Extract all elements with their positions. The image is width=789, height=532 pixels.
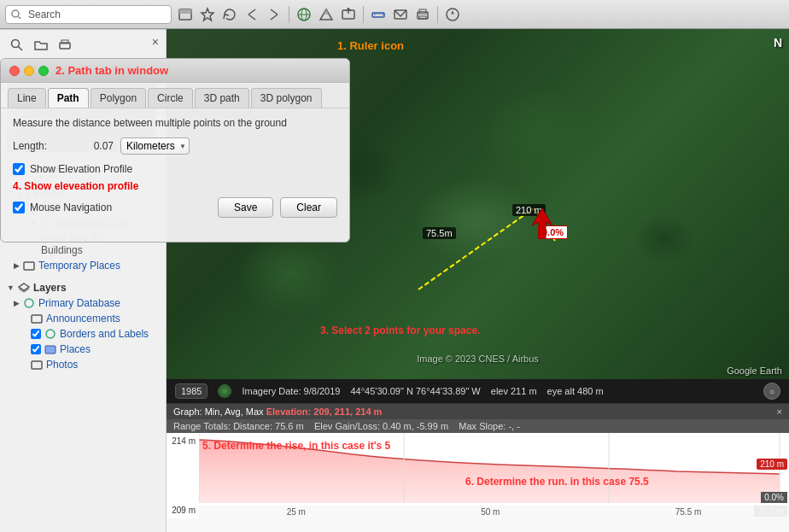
dialog-buttons: Save Clear	[218, 197, 337, 218]
temporary-places-item[interactable]: ▶ Temporary Places	[7, 258, 159, 273]
forward-icon[interactable]	[264, 4, 284, 25]
sidebar-search-icon[interactable]	[7, 35, 27, 56]
search-icon	[11, 9, 21, 20]
layers-header[interactable]: ▼ Layers	[7, 280, 159, 295]
primary-db-chevron: ▶	[14, 299, 20, 307]
borders-label: Borders and Labels	[60, 328, 149, 340]
annotation-select-points: 3. Select 2 points for your space.	[320, 324, 480, 336]
map-bottom-bar: 1985 Imagery Date: 9/8/2019 44°45'30.09"…	[167, 379, 789, 403]
svg-point-0	[12, 10, 19, 17]
tab-bar: Line Path Polygon Circle 3D path 3D poly…	[1, 83, 349, 108]
svg-line-1	[19, 16, 21, 19]
elevation-chart: 214 m 209 m	[167, 433, 789, 518]
temp-places-icon	[23, 260, 35, 272]
elev-close-button[interactable]: ×	[777, 406, 782, 417]
layers-sub: Announcements Borders and Labels Places …	[7, 311, 159, 372]
compass-north: N	[774, 36, 782, 50]
tab-3d-path[interactable]: 3D path	[195, 88, 249, 108]
temp-chevron: ▶	[14, 261, 20, 270]
eye-alt-value: eye alt 480 m	[547, 386, 604, 396]
google-earth-watermark: Google Earth	[727, 365, 782, 376]
year-label[interactable]: 1985	[175, 383, 207, 399]
announcements-icon	[31, 313, 43, 324]
elevation-range: Elevation: 209, 211, 214 m	[266, 406, 383, 417]
ruler-icon[interactable]	[368, 4, 389, 25]
svg-marker-22	[451, 10, 454, 15]
toolbar-separator-3	[437, 6, 438, 23]
elevation-label: Show Elevation Profile	[30, 163, 132, 175]
mouse-nav-checkbox[interactable]	[13, 202, 25, 213]
image-credit: Image © 2023 CNES / Airbus	[417, 354, 539, 364]
x-label-50: 50 m	[481, 507, 500, 517]
nav-icon[interactable]	[442, 4, 463, 25]
map-icon[interactable]	[175, 4, 196, 25]
tab-circle[interactable]: Circle	[148, 88, 193, 108]
elev-gain-loss: Elev Gain/Loss: 0.40 m, -5.99 m	[314, 421, 448, 431]
elevation-stats: Range Totals: Distance: 75.6 m Elev Gain…	[167, 419, 789, 433]
x-label-75: 75.5 m	[675, 507, 702, 517]
primary-db-item[interactable]: ▶ Primary Database	[7, 295, 159, 311]
toolbar: Search	[0, 0, 789, 29]
refresh-icon[interactable]	[219, 4, 240, 25]
earth-button[interactable]	[218, 384, 231, 398]
max-slope: Max Slope: -, -	[459, 421, 520, 431]
minimize-window-button[interactable]	[24, 66, 34, 76]
sidebar-close-button[interactable]: ×	[152, 35, 159, 56]
svg-marker-4	[202, 9, 213, 20]
export-icon[interactable]	[338, 4, 359, 25]
maximize-window-button[interactable]	[38, 66, 49, 76]
search-label: Search	[28, 9, 61, 20]
annotation-run: 6. Determine the run. in this case 75.5	[465, 476, 649, 488]
back-icon[interactable]	[242, 4, 262, 25]
elevation-header: Graph: Min, Avg, Max Elevation: 209, 211…	[167, 404, 789, 419]
photos-item[interactable]: Photos	[24, 357, 159, 372]
toolbar-search-box[interactable]: Search	[5, 5, 172, 24]
dialog-titlebar: 2. Path tab in window	[1, 59, 349, 83]
save-button[interactable]: Save	[218, 197, 273, 218]
places-checkbox[interactable]	[31, 344, 41, 354]
layers-label: Layers	[33, 282, 67, 294]
toolbar-separator-1	[289, 6, 289, 23]
photos-label: Photos	[46, 359, 78, 371]
layers-chevron: ▼	[7, 284, 15, 292]
length-value: 0.07	[71, 140, 114, 152]
earth-icon[interactable]	[294, 4, 314, 25]
map-nav-button[interactable]: ○	[763, 383, 780, 400]
star-icon[interactable]	[197, 4, 218, 25]
mountain-icon[interactable]	[316, 4, 336, 25]
places-layer-item[interactable]: Places	[24, 342, 159, 357]
close-window-button[interactable]	[9, 66, 20, 76]
sidebar-toolbar: ×	[0, 29, 166, 61]
dialog-description: Measure the distance between multiple po…	[13, 117, 337, 129]
places-layer-icon	[44, 343, 56, 355]
globe-icon	[23, 297, 35, 309]
tab-path[interactable]: Path	[48, 88, 89, 108]
svg-rect-39	[45, 346, 56, 354]
announcements-item[interactable]: Announcements	[24, 311, 159, 326]
tab-3d-polygon[interactable]: 3D polygon	[251, 88, 322, 108]
svg-point-36	[25, 299, 33, 307]
sidebar-folder-icon[interactable]	[31, 35, 51, 56]
svg-rect-3	[179, 9, 191, 14]
dialog-body: Measure the distance between multiple po…	[1, 108, 349, 231]
tab-polygon[interactable]: Polygon	[91, 88, 146, 108]
clear-button[interactable]: Clear	[280, 197, 337, 218]
length-label: Length:	[13, 140, 64, 152]
email-icon[interactable]	[390, 4, 411, 25]
svg-rect-34	[24, 262, 34, 270]
borders-item[interactable]: Borders and Labels	[24, 326, 159, 342]
imagery-date: Imagery Date: 9/8/2019	[242, 386, 340, 396]
borders-checkbox[interactable]	[31, 329, 41, 339]
x-label-25: 25 m	[287, 507, 306, 517]
x-axis-labels: 25 m 50 m 75.5 m	[199, 506, 789, 518]
tab-line[interactable]: Line	[8, 88, 46, 108]
sidebar-print-icon[interactable]	[55, 35, 75, 56]
svg-marker-43	[532, 208, 552, 239]
unit-selector-wrapper: Kilometers Miles Meters Feet	[120, 137, 190, 155]
layers-icon	[18, 282, 30, 294]
print-icon[interactable]	[412, 4, 433, 25]
unit-selector[interactable]: Kilometers Miles Meters Feet	[120, 137, 190, 155]
elevation-checkbox[interactable]	[13, 163, 25, 175]
svg-rect-20	[419, 16, 426, 19]
red-arrow-marker	[532, 208, 552, 242]
